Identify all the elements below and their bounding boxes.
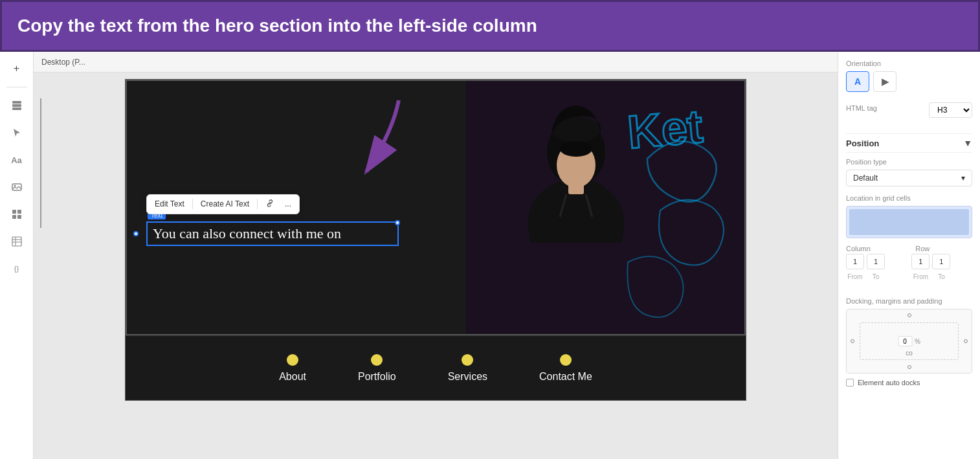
auto-docks-label: Element auto docks <box>858 379 920 386</box>
context-toolbar: Edit Text Create AI Text <box>146 194 300 214</box>
padding-value-input[interactable] <box>898 336 912 346</box>
row-inputs <box>911 254 972 269</box>
grid-inner-highlight <box>849 209 969 235</box>
ctx-sep-1 <box>192 199 193 209</box>
nav-item-services[interactable]: Services <box>422 348 513 389</box>
svg-rect-1 <box>12 104 21 107</box>
banner-text: Copy the text from the hero section into… <box>17 16 537 36</box>
nav-label-services: Services <box>448 371 487 383</box>
ctx-sep-2 <box>257 199 258 209</box>
hero-section: Edit Text Create AI Text <box>126 80 746 335</box>
edit-text-btn[interactable]: Edit Text <box>152 198 187 210</box>
sidebar-code-icon[interactable]: {} <box>5 257 28 280</box>
handle-top-right[interactable] <box>395 220 400 225</box>
nav-label-contact: Contact Me <box>539 371 592 383</box>
nav-item-contact[interactable]: Contact Me <box>513 348 618 389</box>
row-from-input[interactable] <box>911 254 930 269</box>
position-type-dropdown[interactable]: Default ▾ <box>846 170 972 186</box>
orientation-buttons: A ▶ <box>846 71 972 92</box>
page-preview: Edit Text Create AI Text <box>125 79 746 401</box>
hero-image: Ket <box>466 81 744 334</box>
row-to-input[interactable] <box>932 254 950 269</box>
orientation-section: Orientation A ▶ <box>846 60 972 92</box>
hero-left: Edit Text Create AI Text <box>127 81 395 334</box>
canvas-content: Edit Text Create AI Text <box>34 73 838 459</box>
position-label: Position <box>846 139 879 148</box>
col-row-inputs <box>846 254 972 269</box>
docking-section: Docking, margins and padding % co Elemen… <box>846 297 972 386</box>
docking-dot-right[interactable] <box>964 339 968 343</box>
grid-cells-label: Location in grid cells <box>846 194 972 202</box>
canvas-area: Desktop (P... Edit Text Creat <box>34 52 838 459</box>
position-row: Position ▼ <box>846 133 972 153</box>
orientation-label: Orientation <box>846 60 972 67</box>
more-options-btn[interactable]: ... <box>282 198 294 210</box>
html-tag-label: HTML tag <box>846 104 877 112</box>
nav-item-about[interactable]: About <box>253 348 332 389</box>
svg-rect-5 <box>12 210 16 214</box>
col-to-sublabel: To <box>867 273 885 280</box>
bottom-nav: About Portfolio Services Contact Me <box>126 335 746 400</box>
sidebar-image-icon[interactable] <box>5 175 28 199</box>
canvas-vertical-divider <box>40 98 41 228</box>
graffiti-art: Ket <box>466 81 744 334</box>
column-inputs <box>846 254 907 269</box>
svg-rect-0 <box>12 101 21 104</box>
docking-dot-bottom[interactable] <box>908 365 911 369</box>
nav-dot-contact <box>560 354 572 366</box>
orient-horizontal-btn[interactable]: A <box>846 71 869 92</box>
position-type-label: Position type <box>846 158 972 166</box>
col-from-sublabel: From <box>846 273 864 280</box>
sidebar-cursor-icon[interactable] <box>5 121 28 144</box>
row-label: Row <box>915 245 972 252</box>
right-panel: Orientation A ▶ HTML tag H3 H1 H2 P Span <box>838 52 980 459</box>
svg-text:Ket: Ket <box>625 100 705 158</box>
nav-dot-portfolio <box>371 354 383 366</box>
html-tag-row: HTML tag H3 H1 H2 P Span <box>846 102 972 118</box>
sidebar-layers-icon[interactable] <box>5 94 28 117</box>
col-row-labels: Column Row <box>846 245 972 252</box>
canvas-toolbar-label: Desktop (P... <box>41 58 85 67</box>
col-to-input[interactable] <box>867 254 885 269</box>
sidebar-divider-1 <box>6 87 27 87</box>
row-sublabels: From To <box>911 273 972 280</box>
left-sidebar: + Aa <box>0 52 34 459</box>
hero-text-content: You can also connect with me on <box>153 225 341 241</box>
html-tag-section: HTML tag H3 H1 H2 P Span <box>846 102 972 123</box>
row-to-sublabel: To <box>932 273 950 280</box>
docking-dot-top[interactable] <box>908 313 911 317</box>
nav-label-portfolio: Portfolio <box>358 371 396 383</box>
row-from-sublabel: From <box>911 273 930 280</box>
orient-vertical-btn[interactable]: ▶ <box>873 71 896 92</box>
nav-dot-services <box>462 354 473 366</box>
svg-point-4 <box>14 185 16 187</box>
col-from-input[interactable] <box>846 254 864 269</box>
create-ai-text-btn[interactable]: Create AI Text <box>198 198 252 210</box>
svg-rect-2 <box>12 107 21 110</box>
link-icon[interactable] <box>263 197 277 211</box>
sidebar-widgets-icon[interactable] <box>5 203 28 226</box>
auto-docks-row: Element auto docks <box>846 379 972 386</box>
svg-point-23 <box>560 141 592 157</box>
position-type-arrow: ▾ <box>961 174 965 183</box>
cr-sublabels: From To From To <box>846 273 972 280</box>
sidebar-text-icon[interactable]: Aa <box>5 148 28 172</box>
position-collapse-icon[interactable]: ▼ <box>963 138 972 148</box>
sidebar-table-icon[interactable] <box>5 230 28 253</box>
sidebar-add-icon[interactable]: + <box>5 57 28 80</box>
selected-text-box[interactable]: Text You can also connect with me on <box>146 221 399 246</box>
docking-visual: % co <box>846 309 972 374</box>
main-area: + Aa <box>0 52 980 459</box>
html-tag-select[interactable]: H3 H1 H2 P Span <box>929 102 972 118</box>
docking-dot-left[interactable] <box>851 339 854 343</box>
auto-docks-checkbox[interactable] <box>846 379 854 386</box>
nav-label-about: About <box>279 371 306 383</box>
nav-item-portfolio[interactable]: Portfolio <box>332 348 422 389</box>
handle-left-mid[interactable] <box>133 231 139 236</box>
svg-rect-8 <box>17 215 21 219</box>
position-type-value: Default <box>853 174 878 183</box>
grid-visual <box>846 206 972 238</box>
repeat-value: co <box>906 350 913 357</box>
svg-rect-7 <box>12 215 16 219</box>
position-section: Position ▼ Position type Default ▾ Locat… <box>846 133 972 287</box>
